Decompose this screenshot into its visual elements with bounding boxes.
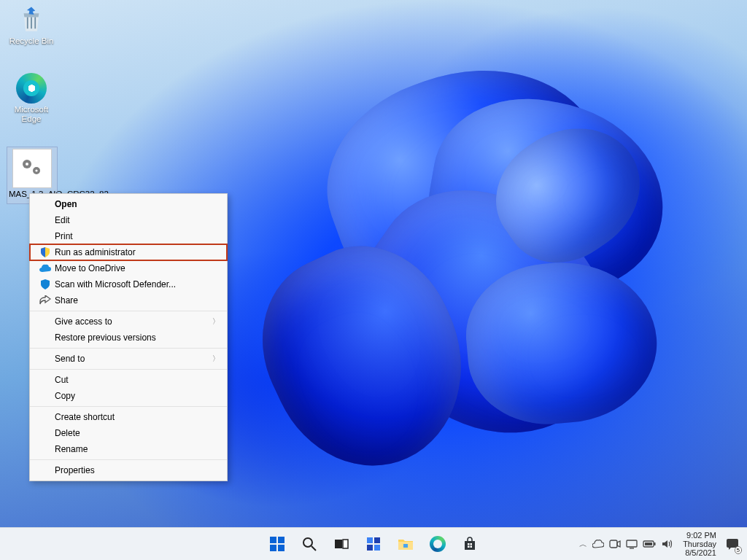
taskbar: ︿ 9:02 PM Thursday 8/5/2021 5: [0, 527, 747, 560]
menu-separator: [30, 459, 227, 460]
svg-rect-17: [403, 544, 408, 548]
onedrive-tray-icon[interactable]: [592, 540, 604, 548]
windows-logo-icon: [269, 536, 285, 552]
menu-print[interactable]: Print: [30, 228, 227, 244]
icon-label: Recycle Bin: [4, 36, 58, 46]
taskbar-clock[interactable]: 9:02 PM Thursday 8/5/2021: [678, 531, 721, 557]
menu-rename[interactable]: Rename: [30, 441, 227, 457]
recycle-bin-icon: [16, 4, 47, 35]
svg-rect-12: [367, 537, 373, 543]
desktop-icon-edge[interactable]: Microsoft Edge: [4, 73, 58, 124]
battery-icon[interactable]: [643, 540, 656, 548]
menu-scan-defender[interactable]: Scan with Microsoft Defender...: [30, 276, 227, 292]
svg-point-1: [26, 163, 28, 166]
wallpaper-bloom: [197, 44, 722, 510]
menu-move-to-onedrive[interactable]: Move to OneDrive: [30, 260, 227, 276]
shield-uac-icon: [36, 246, 55, 258]
menu-open[interactable]: Open: [30, 196, 227, 212]
menu-properties[interactable]: Properties: [30, 462, 227, 478]
desktop-icon-recycle-bin[interactable]: Recycle Bin: [4, 4, 58, 46]
svg-rect-20: [468, 546, 470, 548]
menu-create-shortcut[interactable]: Create shortcut: [30, 409, 227, 425]
start-button[interactable]: [263, 530, 291, 558]
clock-day: Thursday: [683, 540, 716, 548]
svg-rect-14: [367, 545, 373, 551]
svg-rect-11: [343, 540, 348, 548]
submenu-arrow-icon: 〉: [212, 316, 220, 327]
menu-restore-previous-versions[interactable]: Restore previous versions: [30, 330, 227, 346]
batch-file-icon: [12, 149, 52, 188]
svg-rect-13: [374, 537, 380, 543]
svg-rect-18: [468, 543, 470, 545]
defender-shield-icon: [36, 279, 55, 290]
svg-rect-22: [610, 540, 617, 548]
menu-delete[interactable]: Delete: [30, 425, 227, 441]
svg-point-3: [35, 169, 37, 171]
clock-date: 8/5/2021: [683, 548, 716, 557]
store-icon: [462, 536, 478, 552]
folder-icon: [397, 536, 414, 552]
clock-time: 9:02 PM: [683, 531, 716, 540]
onedrive-icon: [36, 264, 55, 273]
store-button[interactable]: [456, 530, 484, 558]
volume-icon[interactable]: [661, 539, 673, 549]
menu-separator: [30, 311, 227, 311]
system-tray: ︿: [573, 539, 678, 550]
svg-rect-27: [654, 542, 656, 545]
svg-rect-10: [335, 540, 342, 548]
desktop[interactable]: Recycle Bin Microsoft Edge MAS_1.3_AIO_C…: [0, 0, 747, 560]
edge-button[interactable]: [424, 530, 452, 558]
menu-copy[interactable]: Copy: [30, 388, 227, 404]
svg-rect-26: [645, 542, 652, 545]
notification-badge: 5: [735, 546, 742, 554]
menu-edit[interactable]: Edit: [30, 212, 227, 228]
svg-rect-5: [278, 537, 285, 543]
taskbar-right: ︿ 9:02 PM Thursday 8/5/2021 5: [573, 528, 744, 560]
menu-share[interactable]: Share: [30, 292, 227, 308]
menu-separator: [30, 369, 227, 370]
share-icon: [36, 295, 55, 306]
tray-chevron-icon[interactable]: ︿: [579, 539, 587, 550]
svg-point-8: [303, 538, 312, 547]
edge-icon: [16, 73, 47, 104]
widgets-button[interactable]: [360, 530, 387, 558]
search-icon: [301, 536, 317, 552]
widgets-icon: [365, 536, 382, 552]
svg-rect-15: [374, 545, 380, 551]
taskview-icon: [333, 536, 349, 552]
search-button[interactable]: [295, 530, 323, 558]
explorer-button[interactable]: [392, 530, 419, 558]
context-menu: Open Edit Print Run as administrator Mov…: [29, 193, 228, 481]
submenu-arrow-icon: 〉: [212, 354, 220, 364]
menu-cut[interactable]: Cut: [30, 372, 227, 388]
taskview-button[interactable]: [328, 530, 355, 558]
edge-icon: [430, 536, 446, 552]
svg-rect-6: [270, 545, 276, 551]
menu-separator: [30, 406, 227, 407]
svg-rect-19: [471, 543, 473, 545]
svg-rect-23: [627, 540, 637, 547]
svg-rect-7: [278, 545, 285, 551]
menu-give-access-to[interactable]: Give access to〉: [30, 314, 227, 330]
menu-send-to[interactable]: Send to〉: [30, 351, 227, 367]
icon-label: Microsoft Edge: [4, 105, 58, 124]
meet-now-icon[interactable]: [609, 539, 621, 549]
svg-rect-21: [471, 546, 473, 548]
menu-run-as-administrator[interactable]: Run as administrator: [30, 244, 227, 260]
menu-separator: [30, 348, 227, 349]
svg-line-9: [311, 546, 316, 551]
svg-rect-4: [270, 537, 276, 543]
notifications-button[interactable]: 5: [721, 530, 744, 558]
network-icon[interactable]: [626, 539, 638, 549]
